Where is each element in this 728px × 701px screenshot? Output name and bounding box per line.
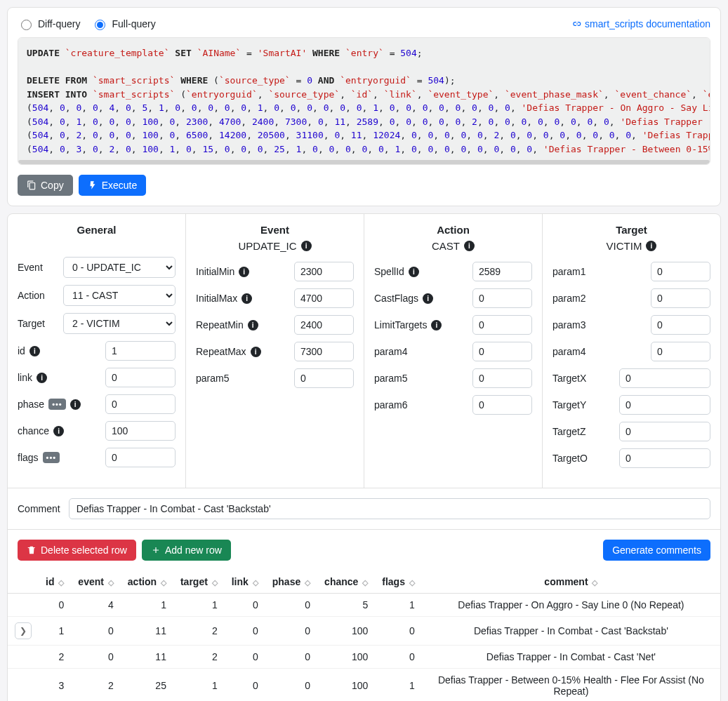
target-param-input[interactable]	[619, 448, 710, 468]
table-row[interactable]: 20112001000Defias Trapper - In Combat - …	[8, 646, 720, 669]
param-label: InitialMin	[196, 266, 234, 277]
info-icon: i	[646, 241, 656, 251]
param-label: param2	[552, 293, 585, 304]
event-panel: Event UPDATE_ICi InitialMiniInitialMaxiR…	[186, 214, 364, 488]
info-icon: i	[53, 426, 64, 436]
target-param-input[interactable]	[619, 422, 710, 441]
param-label: param4	[552, 346, 585, 357]
param-label: TargetY	[552, 399, 586, 410]
param-label: RepeatMax	[196, 346, 246, 357]
info-icon: i	[241, 293, 252, 304]
add-row-button[interactable]: Add new row	[142, 540, 231, 561]
generate-comments-button[interactable]: Generate comments	[603, 540, 710, 561]
copy-button[interactable]: Copy	[18, 175, 73, 196]
rows-table: id ◇event ◇action ◇target ◇link ◇phase ◇…	[8, 570, 720, 701]
param-label: TargetO	[552, 453, 588, 464]
trash-icon	[27, 545, 37, 555]
param-label: CastFlags	[374, 293, 418, 304]
documentation-link[interactable]: smart_scripts documentation	[571, 18, 710, 29]
info-icon: i	[431, 320, 442, 331]
param-label: param3	[552, 319, 585, 331]
action-panel: Action CASTi SpellIdiCastFlagsiLimitTarg…	[364, 214, 543, 488]
col-id[interactable]: id ◇	[39, 570, 71, 594]
expand-row-button[interactable]: ❯	[15, 622, 32, 639]
target-panel: Target VICTIMi param1param2param3param4T…	[543, 214, 720, 488]
info-icon: i	[301, 241, 312, 251]
full-query-radio[interactable]: Full-query	[91, 18, 155, 30]
target-param-input[interactable]	[651, 262, 710, 281]
delete-row-button[interactable]: Delete selected row	[18, 540, 136, 561]
action-param-input[interactable]	[472, 315, 532, 335]
col-chance[interactable]: chance ◇	[317, 570, 375, 594]
table-row[interactable]: 32251001001Defias Trapper - Between 0-15…	[8, 669, 720, 702]
chance-input[interactable]	[105, 421, 176, 441]
action-param-input[interactable]	[472, 368, 532, 388]
param-label: TargetZ	[552, 426, 585, 437]
action-param-input[interactable]	[472, 342, 532, 361]
col-flags[interactable]: flags ◇	[375, 570, 422, 594]
query-card: Diff-query Full-query smart_scripts docu…	[7, 7, 721, 206]
info-icon: i	[409, 267, 419, 277]
action-subtitle: CAST	[432, 240, 460, 252]
target-param-input[interactable]	[619, 368, 710, 388]
param-label: param5	[196, 373, 229, 384]
event-param-input[interactable]	[294, 368, 354, 388]
param-label: param1	[552, 266, 585, 277]
execute-button[interactable]: Execute	[79, 175, 147, 196]
target-subtitle: VICTIM	[607, 240, 642, 252]
comment-input[interactable]	[69, 498, 710, 519]
id-input[interactable]	[105, 341, 176, 361]
link-icon	[571, 19, 581, 29]
general-panel: General Event 0 - UPDATE_IC Action 11 - …	[8, 214, 186, 488]
plus-icon	[151, 545, 161, 555]
event-param-input[interactable]	[294, 315, 354, 335]
param-label: TargetX	[552, 373, 586, 384]
param-label: LimitTargets	[374, 319, 427, 331]
param-label: param6	[374, 399, 407, 410]
table-row[interactable]: ❯10112001000Defias Trapper - In Combat -…	[8, 617, 720, 646]
diff-query-radio[interactable]: Diff-query	[18, 18, 80, 30]
target-param-input[interactable]	[651, 342, 710, 361]
col-event[interactable]: event ◇	[71, 570, 120, 594]
param-label: param4	[374, 346, 407, 357]
col-comment[interactable]: comment ◇	[422, 570, 720, 594]
picker-icon[interactable]: •••	[43, 452, 60, 463]
info-icon: i	[248, 320, 258, 331]
event-select[interactable]: 0 - UPDATE_IC	[63, 257, 176, 278]
action-param-input[interactable]	[472, 288, 532, 308]
action-title: Action	[374, 224, 532, 236]
bolt-icon	[88, 180, 98, 190]
sql-code-block: UPDATE `creature_template` SET `AIName` …	[18, 37, 710, 165]
event-param-input[interactable]	[294, 288, 354, 308]
target-param-input[interactable]	[651, 315, 710, 335]
target-select[interactable]: 2 - VICTIM	[63, 313, 176, 334]
flags-input[interactable]	[105, 448, 176, 467]
event-title: Event	[196, 224, 354, 236]
action-select[interactable]: 11 - CAST	[63, 285, 176, 306]
general-title: General	[18, 224, 176, 236]
action-param-input[interactable]	[472, 262, 532, 281]
info-icon: i	[239, 267, 249, 277]
info-icon: i	[423, 293, 433, 304]
action-param-input[interactable]	[472, 395, 532, 415]
param-label: InitialMax	[196, 293, 237, 304]
editor-card: General Event 0 - UPDATE_IC Action 11 - …	[7, 213, 721, 701]
info-icon: i	[464, 241, 475, 251]
event-param-input[interactable]	[294, 342, 354, 361]
event-param-input[interactable]	[294, 262, 354, 281]
info-icon: i	[29, 346, 40, 356]
comment-label: Comment	[18, 503, 60, 514]
col-link[interactable]: link ◇	[225, 570, 265, 594]
target-title: Target	[552, 224, 710, 236]
link-input[interactable]	[105, 368, 176, 387]
target-param-input[interactable]	[619, 395, 710, 415]
col-action[interactable]: action ◇	[121, 570, 173, 594]
col-target[interactable]: target ◇	[173, 570, 225, 594]
target-param-input[interactable]	[651, 288, 710, 308]
table-row[interactable]: 04110051Defias Trapper - On Aggro - Say …	[8, 594, 720, 617]
phase-input[interactable]	[105, 394, 176, 414]
info-icon: i	[70, 399, 81, 410]
picker-icon[interactable]: •••	[48, 399, 66, 410]
param-label: SpellId	[374, 266, 404, 277]
col-phase[interactable]: phase ◇	[265, 570, 317, 594]
